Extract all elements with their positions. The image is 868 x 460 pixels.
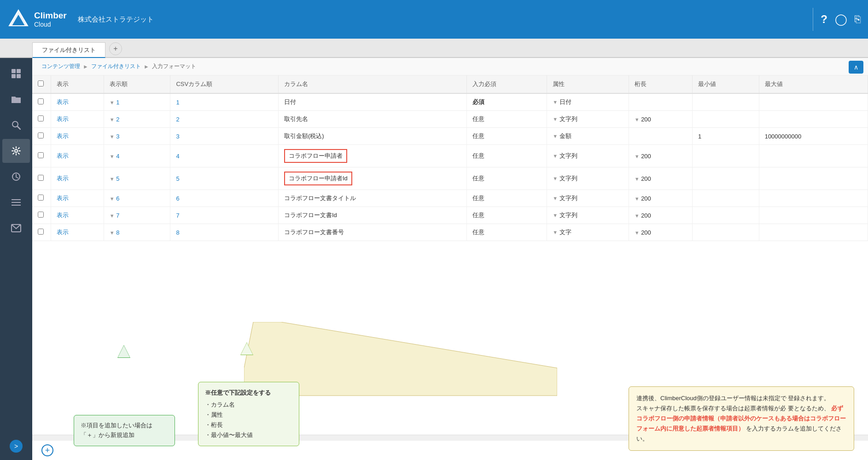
row-checkbox-6[interactable] [38, 212, 44, 218]
sidebar-expand-button[interactable]: > [10, 440, 23, 453]
row-display-2[interactable]: 表示 [51, 128, 104, 145]
col-checkbox [32, 75, 51, 93]
row-order-0[interactable]: ▼ 1 [104, 93, 170, 111]
tab-add-button[interactable]: + [109, 42, 122, 55]
row-checkbox-7[interactable] [38, 229, 44, 235]
col-csv-order: CSVカラム順 [170, 75, 278, 93]
row-order-5[interactable]: ▼ 6 [104, 190, 170, 207]
row-digits-0 [629, 93, 692, 111]
row-order-7[interactable]: ▼ 8 [104, 224, 170, 241]
row-required-4: 任意 [467, 167, 547, 190]
row-min-4 [692, 167, 759, 190]
breadcrumb-input-format: 入力フォーマット [152, 63, 196, 70]
data-table: 表示 表示順 CSVカラム順 カラム名 入力必須 属性 桁長 最小値 最大値 表… [32, 75, 868, 241]
row-max-4 [759, 167, 868, 190]
row-required-0: 必須 [467, 93, 547, 111]
col-max: 最大値 [759, 75, 868, 93]
row-digits-4: ▼ 200 [629, 167, 692, 190]
row-required-2: 任意 [467, 128, 547, 145]
row-order-6[interactable]: ▼ 7 [104, 207, 170, 224]
row-display-3[interactable]: 表示 [51, 145, 104, 167]
row-column-name-4[interactable]: コラボフロー申請者Id [278, 167, 466, 190]
help-button[interactable]: ? [821, 14, 827, 25]
row-column-name-0[interactable]: 日付 [278, 93, 466, 111]
row-checkbox-0[interactable] [38, 98, 44, 104]
row-digits-1: ▼ 200 [629, 111, 692, 128]
breadcrumb-file-list[interactable]: ファイル付きリスト [91, 63, 141, 70]
row-checkbox-3[interactable] [38, 152, 44, 158]
row-column-name-6[interactable]: コラボフロー文書Id [278, 207, 466, 224]
select-all-checkbox[interactable] [38, 80, 44, 86]
row-digits-2 [629, 128, 692, 145]
col-digits: 桁長 [629, 75, 692, 93]
table-row: 表示▼ 77コラボフロー文書Id任意▼ 文字列▼ 200 [32, 207, 868, 224]
svg-rect-3 [12, 69, 16, 73]
row-max-7 [759, 224, 868, 241]
main-layout: > コンテンツ管理 ► ファイル付きリスト ► 入力フォーマット ∧ 表示 表示… [0, 58, 868, 460]
row-attribute-0[interactable]: ▼ 日付 [547, 93, 629, 111]
row-digits-6: ▼ 200 [629, 207, 692, 224]
content-area: コンテンツ管理 ► ファイル付きリスト ► 入力フォーマット ∧ 表示 表示順 … [32, 58, 868, 460]
row-column-name-5[interactable]: コラボフロー文書タイトル [278, 190, 466, 207]
sidebar-item-folder[interactable] [2, 87, 30, 111]
row-attribute-3[interactable]: ▼ 文字列 [547, 145, 629, 167]
table-wrapper[interactable]: 表示 表示順 CSVカラム順 カラム名 入力必須 属性 桁長 最小値 最大値 表… [32, 75, 868, 435]
row-checkbox-4[interactable] [38, 175, 44, 181]
app-header: Climber Cloud 株式会社ストラテジット ? ◯ ⎘ [0, 0, 868, 39]
row-csv-order-4: 5 [170, 167, 278, 190]
row-column-name-3[interactable]: コラボフロー申請者 [278, 145, 466, 167]
row-attribute-2[interactable]: ▼ 金額 [547, 128, 629, 145]
row-checkbox-5[interactable] [38, 195, 44, 201]
row-column-name-2[interactable]: 取引金額(税込) [278, 128, 466, 145]
sidebar-item-search[interactable] [2, 113, 30, 137]
row-display-4[interactable]: 表示 [51, 167, 104, 190]
row-order-1[interactable]: ▼ 2 [104, 111, 170, 128]
row-min-7 [692, 224, 759, 241]
row-order-4[interactable]: ▼ 5 [104, 167, 170, 190]
row-attribute-4[interactable]: ▼ 文字列 [547, 167, 629, 190]
row-column-name-7[interactable]: コラボフロー文書番号 [278, 224, 466, 241]
row-digits-3: ▼ 200 [629, 145, 692, 167]
collapse-button[interactable]: ∧ [849, 61, 863, 74]
row-display-5[interactable]: 表示 [51, 190, 104, 207]
row-digits-7: ▼ 200 [629, 224, 692, 241]
row-min-3 [692, 145, 759, 167]
sidebar-item-mail[interactable] [2, 216, 30, 240]
row-display-1[interactable]: 表示 [51, 111, 104, 128]
row-attribute-1[interactable]: ▼ 文字列 [547, 111, 629, 128]
row-checkbox-2[interactable] [38, 132, 44, 138]
table-row: 表示▼ 55コラボフロー申請者Id任意▼ 文字列▼ 200 [32, 167, 868, 190]
sidebar-item-history[interactable] [2, 165, 30, 189]
row-min-5 [692, 190, 759, 207]
table-header-row: 表示 表示順 CSVカラム順 カラム名 入力必須 属性 桁長 最小値 最大値 [32, 75, 868, 93]
col-display: 表示 [51, 75, 104, 93]
user-button[interactable]: ◯ [835, 14, 847, 25]
row-order-2[interactable]: ▼ 3 [104, 128, 170, 145]
horizontal-scrollbar[interactable] [32, 435, 868, 440]
row-min-1 [692, 111, 759, 128]
tab-file-list[interactable]: ファイル付きリスト [32, 42, 105, 58]
svg-rect-4 [17, 69, 21, 73]
breadcrumb-content-mgmt[interactable]: コンテンツ管理 [41, 63, 80, 70]
row-order-3[interactable]: ▼ 4 [104, 145, 170, 167]
row-attribute-5[interactable]: ▼ 文字列 [547, 190, 629, 207]
row-attribute-6[interactable]: ▼ 文字列 [547, 207, 629, 224]
row-attribute-7[interactable]: ▼ 文字 [547, 224, 629, 241]
row-display-0[interactable]: 表示 [51, 93, 104, 111]
sidebar-item-list[interactable] [2, 190, 30, 214]
row-column-name-1[interactable]: 取引先名 [278, 111, 466, 128]
sidebar-item-settings[interactable] [2, 139, 30, 163]
table-row: 表示▼ 44コラボフロー申請者任意▼ 文字列▼ 200 [32, 145, 868, 167]
add-row-button[interactable]: + [41, 444, 53, 456]
table-row: 表示▼ 22取引先名任意▼ 文字列▼ 200 [32, 111, 868, 128]
logo-area: Climber Cloud [7, 8, 67, 30]
sidebar-item-dashboard[interactable] [2, 62, 30, 86]
row-max-3 [759, 145, 868, 167]
row-max-6 [759, 207, 868, 224]
row-max-1 [759, 111, 868, 128]
company-name: 株式会社ストラテジット [78, 15, 154, 24]
row-display-7[interactable]: 表示 [51, 224, 104, 241]
row-display-6[interactable]: 表示 [51, 207, 104, 224]
row-checkbox-1[interactable] [38, 115, 44, 121]
login-button[interactable]: ⎘ [855, 14, 861, 24]
